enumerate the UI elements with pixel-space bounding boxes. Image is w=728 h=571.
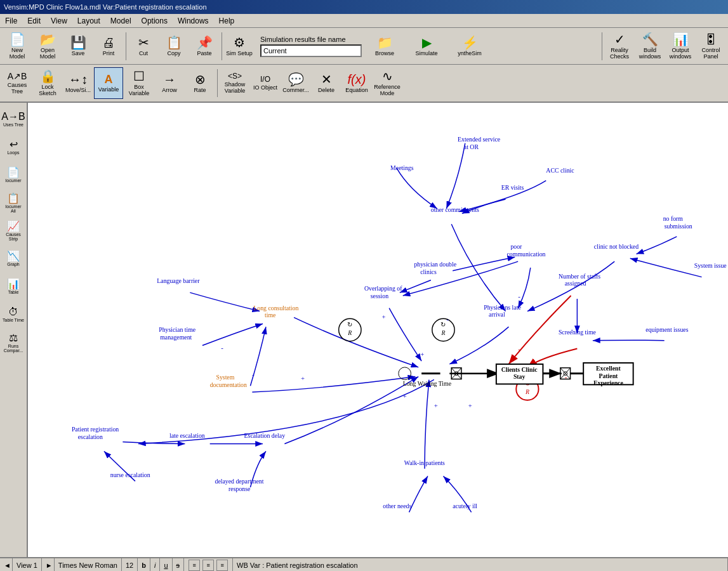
svg-text:R: R (347, 329, 352, 336)
status-bold[interactable]: b (138, 558, 150, 571)
graph-label: Graph (7, 262, 19, 266)
reality-checks-icon: ✓ (614, 33, 625, 46)
document-label: Iocumer (5, 178, 21, 183)
svg-text:Extended service: Extended service (458, 136, 501, 143)
move-size-button[interactable]: ↔↕ Move/Si... (63, 67, 93, 99)
save-label: Save (72, 50, 85, 56)
delete-label: Delete (318, 87, 334, 93)
sim-filename-input[interactable] (260, 44, 362, 57)
variable-button[interactable]: A Variable (94, 67, 123, 99)
print-button[interactable]: 🖨 Print (94, 30, 123, 62)
io-object-button[interactable]: I/O IO Object (251, 67, 280, 99)
output-windows-icon: 📊 (673, 33, 689, 46)
box-variable-icon: ☐ (133, 70, 145, 82)
shadow-variable-button[interactable]: <S> Shadow Variable (220, 67, 249, 99)
svg-text:Patient registration: Patient registration (72, 426, 119, 433)
status-align-left[interactable]: ≡ (189, 560, 200, 571)
title-text: Vensim:MPD Clinic Flow1a.mdl Var:Patient… (4, 3, 207, 11)
build-windows-button[interactable]: 🔨 Build windows (635, 30, 665, 62)
rate-button[interactable]: ⊗ Rate (185, 67, 215, 99)
menu-options[interactable]: Options (136, 15, 173, 27)
status-view-text: View 1 (17, 561, 37, 569)
lock-sketch-button[interactable]: 🔒 Lock Sketch (33, 67, 62, 99)
open-model-button[interactable]: 📂 Open Model (33, 30, 62, 62)
status-italic[interactable]: i (150, 558, 160, 571)
svg-text:documentation: documentation (210, 381, 247, 388)
menu-file[interactable]: File (0, 15, 22, 27)
cut-icon: ✂ (138, 36, 149, 49)
menu-edit[interactable]: Edit (22, 15, 46, 27)
new-model-label: New Model (3, 47, 31, 60)
new-model-icon: 📄 (10, 33, 25, 46)
svg-text:R: R (440, 329, 445, 336)
svg-text:ER visits: ER visits (501, 184, 524, 191)
menu-windows[interactable]: Windows (173, 15, 214, 27)
sim-setup-button[interactable]: ⚙ Sim Setup (225, 30, 254, 62)
save-button[interactable]: 💾 Save (63, 30, 93, 62)
reference-mode-button[interactable]: ∿ Reference Mode (373, 67, 402, 99)
equation-button[interactable]: f(x) Equation (342, 67, 371, 99)
simulate-button[interactable]: ▶ Simulate (407, 34, 446, 59)
svg-text:time: time (265, 312, 276, 318)
svg-text:equipment issues: equipment issues (645, 326, 688, 333)
menu-layout[interactable]: Layout (72, 15, 105, 27)
paste-button[interactable]: 📌 Paste (190, 30, 219, 62)
status-underline[interactable]: u (160, 558, 172, 571)
sidebar-loops[interactable]: ↩ Loops (1, 133, 26, 160)
status-nav-next[interactable]: ► (42, 558, 55, 571)
sidebar-document[interactable]: 📄 Iocumer (1, 161, 26, 188)
causes-tree-label: Causes Tree (3, 82, 31, 95)
svg-text:Physician time: Physician time (159, 326, 196, 333)
menu-model[interactable]: Model (105, 15, 136, 27)
io-object-label: IO Object (253, 84, 277, 91)
sidebar-causes-strip[interactable]: 📈 Causes Strip (1, 217, 26, 244)
comment-button[interactable]: 💬 Commer... (281, 67, 310, 99)
sidebar-runs-compare[interactable]: ⚖ Runs Compar... (1, 329, 26, 355)
new-model-button[interactable]: 📄 New Model (3, 30, 32, 62)
shadow-variable-icon: <S> (228, 72, 242, 80)
sim-setup-label: Sim Setup (226, 50, 253, 56)
loops-icon: ↩ (10, 138, 18, 150)
sidebar-document-all[interactable]: 📋 Iocumer All (1, 189, 26, 216)
svg-text:+: + (301, 374, 305, 382)
status-align-right[interactable]: ≡ (216, 560, 228, 571)
causes-tree-button[interactable]: A↗B Causes Tree (3, 67, 32, 99)
diagram-canvas[interactable]: ↻ R ↻ R ↻ R + - + + + + - + - - - - - (28, 103, 728, 557)
svg-text:+: + (434, 402, 438, 409)
status-nav-prev[interactable]: ◄ (0, 558, 13, 571)
svg-text:escalation: escalation (78, 433, 103, 440)
box-variable-button[interactable]: ☐ Box Variable (124, 67, 154, 99)
causes-strip-icon: 📈 (7, 220, 20, 232)
status-strikethrough[interactable]: s (173, 558, 185, 571)
delete-button[interactable]: ✕ Delete (312, 67, 341, 99)
equation-icon: f(x) (348, 73, 366, 86)
synth-sim-button[interactable]: ⚡ yntheSim (451, 34, 489, 59)
cut-button[interactable]: ✂ Cut (129, 30, 158, 62)
equation-label: Equation (345, 87, 368, 93)
sidebar-graph[interactable]: 📉 Graph (1, 245, 26, 272)
menu-view[interactable]: View (46, 15, 72, 27)
copy-button[interactable]: 📋 Copy (159, 30, 189, 62)
svg-text:acutely ill: acutely ill (453, 502, 477, 509)
sidebar-uses-tree[interactable]: A→B Uses Tree (1, 105, 26, 132)
control-panel-button[interactable]: 🎛 Control Panel (696, 30, 725, 62)
arrow-button[interactable]: → Arrow (155, 67, 184, 99)
svg-text:-: - (518, 292, 520, 300)
sidebar-table[interactable]: 📊 Table (1, 273, 26, 299)
uses-tree-icon: A→B (1, 111, 25, 122)
reality-checks-button[interactable]: ✓ Reality Checks (605, 30, 634, 62)
status-align-center[interactable]: ≡ (202, 560, 214, 571)
browse-button[interactable]: 📁 Browse (367, 34, 402, 59)
build-windows-label: Build windows (636, 47, 664, 60)
table-time-label: Table Time (3, 318, 24, 322)
status-font-name: Times New Roman (58, 561, 117, 569)
menu-help[interactable]: Help (214, 15, 240, 27)
sidebar-table-time[interactable]: ⏱ Table Time (1, 301, 26, 327)
variable-icon: A (105, 74, 113, 85)
output-windows-button[interactable]: 📊 Output windows (666, 30, 695, 62)
paste-icon: 📌 (197, 36, 213, 49)
document-icon: 📄 (7, 166, 20, 178)
run-icon: ▶ (422, 36, 432, 49)
open-model-label: Open Model (34, 47, 62, 60)
toolbar-separator-1 (126, 32, 126, 60)
